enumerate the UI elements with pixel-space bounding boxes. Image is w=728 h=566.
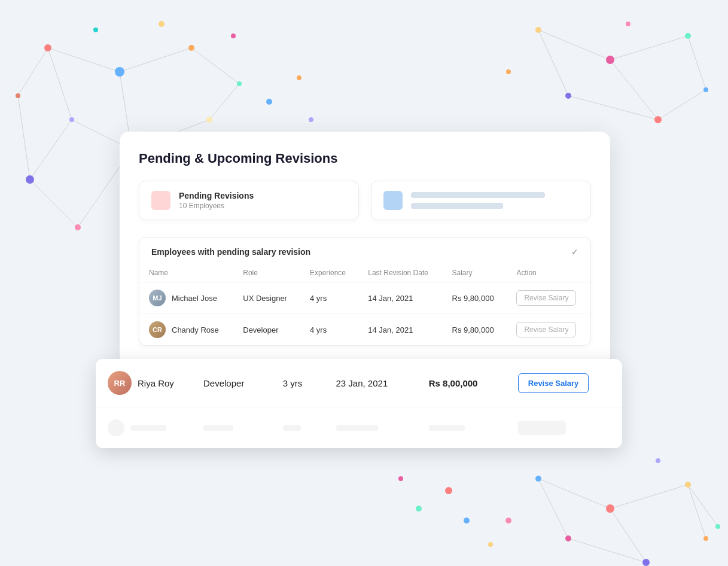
placeholder-role xyxy=(191,407,271,449)
svg-line-1 xyxy=(120,48,191,72)
placeholder-action xyxy=(506,407,622,449)
employee-name-cell: MJ Michael Jose xyxy=(139,282,233,314)
svg-line-6 xyxy=(191,48,239,84)
main-card: Pending & Upcoming Revisions Pending Rev… xyxy=(120,132,610,365)
riya-experience: 3 yrs xyxy=(271,359,324,407)
pending-label: Pending Revisions xyxy=(179,191,254,200)
svg-point-42 xyxy=(506,69,511,74)
svg-point-36 xyxy=(535,27,541,33)
svg-point-13 xyxy=(44,44,51,51)
employee-last-revision: 14 Jan, 2021 xyxy=(358,282,442,314)
svg-point-26 xyxy=(266,99,272,105)
svg-line-9 xyxy=(30,179,78,227)
svg-point-56 xyxy=(565,535,571,541)
employee-experience: 4 yrs xyxy=(300,314,358,346)
svg-line-50 xyxy=(688,485,706,538)
svg-point-18 xyxy=(206,117,212,123)
placeholder-line-2 xyxy=(411,203,503,209)
svg-line-47 xyxy=(688,485,718,527)
svg-point-39 xyxy=(654,116,662,123)
svg-point-43 xyxy=(626,22,630,26)
svg-line-35 xyxy=(688,36,706,90)
table-row: CR Chandy Rose Developer 4 yrs 14 Jan, 2… xyxy=(139,314,590,346)
employee-salary: Rs 9,80,000 xyxy=(443,282,507,314)
table-section-title: Employees with pending salary revision xyxy=(151,247,310,257)
svg-line-44 xyxy=(538,479,610,509)
riya-last-revision: 23 Jan, 2021 xyxy=(324,359,417,407)
employee-name: Michael Jose xyxy=(172,294,217,303)
riya-roy-row: RR Riya Roy Developer 3 yrs 23 Jan, 2021… xyxy=(96,359,622,407)
employee-name-cell: CR Chandy Rose xyxy=(139,314,233,346)
svg-point-14 xyxy=(115,67,124,77)
avatar: CR xyxy=(149,321,166,338)
svg-point-57 xyxy=(703,536,708,541)
svg-line-49 xyxy=(568,538,646,562)
svg-point-23 xyxy=(93,28,98,32)
svg-line-34 xyxy=(568,96,658,120)
svg-point-24 xyxy=(159,21,165,27)
col-salary: Salary xyxy=(443,264,507,282)
svg-line-11 xyxy=(18,48,48,96)
placeholder-text xyxy=(203,425,233,431)
svg-point-19 xyxy=(237,81,242,86)
svg-point-62 xyxy=(488,542,493,547)
col-role: Role xyxy=(233,264,300,282)
col-experience: Experience xyxy=(300,264,358,282)
svg-point-64 xyxy=(398,476,403,481)
riya-salary: Rs 8,00,000 xyxy=(417,359,506,407)
placeholder-exp xyxy=(271,407,324,449)
riya-action-cell: Revise Salary xyxy=(506,359,622,407)
svg-point-28 xyxy=(309,117,313,122)
table-row: MJ Michael Jose UX Designer 4 yrs 14 Jan… xyxy=(139,282,590,314)
svg-point-38 xyxy=(685,33,691,39)
table-header-row: Employees with pending salary revision ✓ xyxy=(139,238,590,264)
highlighted-row-card: RR Riya Roy Developer 3 yrs 23 Jan, 2021… xyxy=(96,359,622,448)
revise-salary-button[interactable]: Revise Salary xyxy=(516,322,576,337)
placeholder-row xyxy=(96,407,622,449)
placeholder-salary xyxy=(417,407,506,449)
svg-point-25 xyxy=(231,34,236,38)
riya-name-cell: RR Riya Roy xyxy=(96,359,191,407)
svg-line-29 xyxy=(538,30,610,60)
svg-line-31 xyxy=(610,60,658,120)
svg-point-15 xyxy=(188,45,194,51)
svg-line-0 xyxy=(48,48,120,72)
col-name: Name xyxy=(139,264,233,282)
svg-point-37 xyxy=(606,56,614,64)
placeholder-name xyxy=(96,407,191,449)
pending-revisions-card: Pending Revisions 10 Employees xyxy=(139,181,359,220)
svg-point-55 xyxy=(715,524,720,529)
svg-point-16 xyxy=(69,117,74,122)
placeholder-button xyxy=(518,421,566,435)
svg-line-45 xyxy=(610,485,688,509)
svg-line-2 xyxy=(48,48,72,120)
svg-line-30 xyxy=(610,36,688,60)
svg-line-7 xyxy=(209,84,239,120)
svg-point-21 xyxy=(75,224,81,230)
col-last-revision: Last Revision Date xyxy=(358,264,442,282)
svg-point-22 xyxy=(16,93,20,98)
upcoming-icon xyxy=(383,191,403,210)
col-action: Action xyxy=(507,264,590,282)
svg-point-20 xyxy=(26,175,34,184)
revise-salary-button[interactable]: Revise Salary xyxy=(516,290,576,306)
svg-point-60 xyxy=(445,487,452,494)
employee-experience: 4 yrs xyxy=(300,282,358,314)
svg-line-46 xyxy=(610,509,646,562)
svg-line-12 xyxy=(18,96,30,179)
svg-point-61 xyxy=(464,518,470,524)
employee-role: UX Designer xyxy=(233,282,300,314)
employee-last-revision: 14 Jan, 2021 xyxy=(358,314,442,346)
svg-point-53 xyxy=(685,482,691,488)
svg-point-40 xyxy=(703,87,708,92)
revise-salary-button[interactable]: Revise Salary xyxy=(518,373,589,393)
employee-role: Developer xyxy=(233,314,300,346)
riya-role: Developer xyxy=(191,359,271,407)
placeholder-line-1 xyxy=(411,192,545,198)
svg-line-8 xyxy=(30,120,72,179)
avatar: RR xyxy=(108,371,132,395)
highlighted-table: RR Riya Roy Developer 3 yrs 23 Jan, 2021… xyxy=(96,359,622,448)
action-cell: Revise Salary xyxy=(507,314,590,346)
placeholder-text xyxy=(429,425,465,431)
placeholder-date xyxy=(324,407,417,449)
